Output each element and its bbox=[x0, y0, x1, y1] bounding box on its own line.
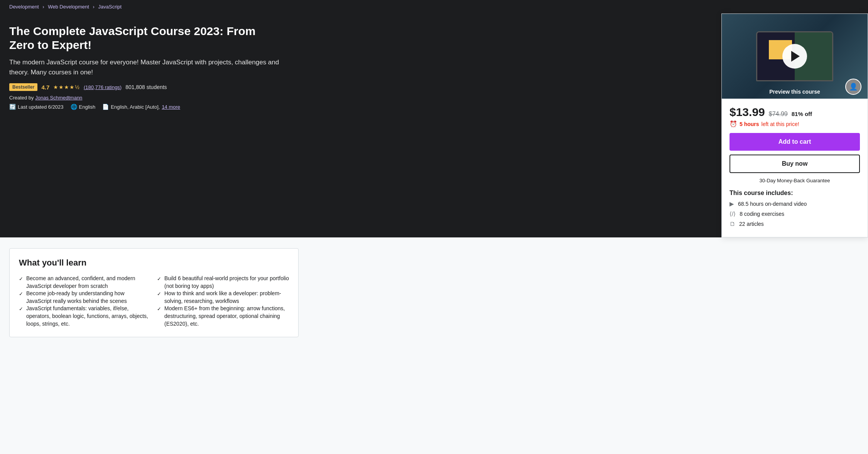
checkmark-6: ✓ bbox=[157, 306, 161, 313]
instructor-link[interactable]: Jonas Schmedtmann bbox=[35, 95, 82, 101]
play-triangle-icon bbox=[791, 51, 800, 62]
instructor-avatar: 👤 bbox=[845, 79, 861, 95]
includes-item-video: ▶ 68.5 hours on-demand video bbox=[730, 200, 860, 207]
captions-more-link[interactable]: 14 more bbox=[162, 104, 180, 110]
content-left: What you'll learn ✓ Become an advanced, … bbox=[9, 248, 299, 346]
last-updated: 🔄 Last updated 6/2023 bbox=[9, 104, 64, 110]
breadcrumb-development[interactable]: Development bbox=[9, 4, 39, 10]
rating-number: 4.7 bbox=[41, 84, 49, 91]
urgency-row: ⏰ 5 hours left at this price! bbox=[730, 120, 860, 128]
includes-video-text: 68.5 hours on-demand video bbox=[738, 201, 807, 207]
learn-grid: ✓ Become an advanced, confident, and mod… bbox=[19, 275, 289, 328]
bestseller-badge: Bestseller bbox=[9, 83, 37, 91]
play-button[interactable] bbox=[782, 44, 807, 69]
learn-item-3: ✓ JavaScript fundamentals: variables, if… bbox=[19, 305, 151, 328]
globe-icon: 🌐 bbox=[71, 104, 77, 110]
learn-items-right: ✓ Build 6 beautiful real-world projects … bbox=[157, 275, 289, 328]
includes-articles-text: 22 articles bbox=[739, 221, 764, 227]
video-icon: ▶ bbox=[730, 200, 734, 207]
checkmark-2: ✓ bbox=[19, 291, 23, 298]
checkmark-5: ✓ bbox=[157, 291, 161, 298]
page-layout: The Complete JavaScript Course 2023: Fro… bbox=[0, 13, 868, 237]
captions-item: 📄 English, Arabic [Auto], 14 more bbox=[102, 104, 180, 110]
price-original: $74.99 bbox=[769, 111, 788, 118]
breadcrumb-web-development[interactable]: Web Development bbox=[48, 4, 89, 10]
includes-item-exercises: ⟨/⟩ 8 coding exercises bbox=[730, 210, 860, 217]
add-to-cart-button[interactable]: Add to cart bbox=[730, 133, 860, 151]
main-content: What you'll learn ✓ Become an advanced, … bbox=[0, 237, 868, 357]
learn-item-1: ✓ Become an advanced, confident, and mod… bbox=[19, 275, 151, 290]
price-discount: 81% off bbox=[792, 111, 812, 117]
learn-item-2: ✓ Become job-ready by understanding how … bbox=[19, 290, 151, 305]
course-title: The Complete JavaScript Course 2023: Fro… bbox=[9, 24, 280, 52]
price-row: $13.99 $74.99 81% off bbox=[730, 106, 860, 119]
urgency-text: left at this price! bbox=[762, 121, 799, 127]
learn-text-4: Build 6 beautiful real-world projects fo… bbox=[164, 275, 289, 290]
includes-item-articles: 🗋 22 articles bbox=[730, 220, 860, 227]
preview-thumbnail[interactable]: Preview this course 👤 bbox=[722, 14, 868, 99]
rating-count-link[interactable]: (180,776 ratings) bbox=[84, 84, 122, 90]
learn-text-6: Modern ES6+ from the beginning: arrow fu… bbox=[164, 305, 289, 328]
update-icon: 🔄 bbox=[9, 104, 16, 110]
learn-box: What you'll learn ✓ Become an advanced, … bbox=[9, 248, 299, 337]
preview-label: Preview this course bbox=[769, 89, 820, 95]
urgency-hours: 5 hours bbox=[740, 121, 759, 127]
learn-text-1: Become an advanced, confident, and moder… bbox=[26, 275, 151, 290]
learn-item-6: ✓ Modern ES6+ from the beginning: arrow … bbox=[157, 305, 289, 328]
students-count: 801,808 students bbox=[125, 84, 167, 90]
includes-list: ▶ 68.5 hours on-demand video ⟨/⟩ 8 codin… bbox=[730, 200, 860, 227]
card-body: $13.99 $74.99 81% off ⏰ 5 hours left at … bbox=[722, 99, 868, 237]
learn-title: What you'll learn bbox=[19, 258, 289, 268]
article-icon: 🗋 bbox=[730, 220, 735, 227]
checkmark-1: ✓ bbox=[19, 276, 23, 282]
captions-icon: 📄 bbox=[102, 104, 109, 110]
meta-row: 🔄 Last updated 6/2023 🌐 English 📄 Englis… bbox=[9, 104, 280, 110]
code-icon: ⟨/⟩ bbox=[730, 210, 736, 217]
sidebar-card: Preview this course 👤 $13.99 $74.99 81% … bbox=[721, 13, 868, 237]
breadcrumb-javascript[interactable]: JavaScript bbox=[98, 4, 122, 10]
rating-row: Bestseller 4.7 ★★★★½ (180,776 ratings) 8… bbox=[9, 83, 280, 91]
learn-text-5: How to think and work like a developer: … bbox=[164, 290, 289, 305]
star-rating: ★★★★½ bbox=[53, 84, 80, 90]
price-current: $13.99 bbox=[730, 106, 765, 119]
checkmark-3: ✓ bbox=[19, 306, 23, 313]
money-back-guarantee: 30-Day Money-Back Guarantee bbox=[730, 178, 860, 183]
buy-now-button[interactable]: Buy now bbox=[730, 155, 860, 173]
learn-text-3: JavaScript fundamentals: variables, if/e… bbox=[26, 305, 151, 328]
learn-items-left: ✓ Become an advanced, confident, and mod… bbox=[19, 275, 151, 328]
includes-title: This course includes: bbox=[730, 190, 860, 197]
learn-item-4: ✓ Build 6 beautiful real-world projects … bbox=[157, 275, 289, 290]
learn-item-5: ✓ How to think and work like a developer… bbox=[157, 290, 289, 305]
course-subtitle: The modern JavaScript course for everyon… bbox=[9, 57, 280, 77]
checkmark-4: ✓ bbox=[157, 276, 161, 282]
language-item: 🌐 English bbox=[71, 104, 96, 110]
breadcrumb: Development › Web Development › JavaScri… bbox=[0, 0, 868, 13]
created-by-row: Created by Jonas Schmedtmann bbox=[9, 95, 280, 101]
includes-exercises-text: 8 coding exercises bbox=[740, 211, 784, 217]
alarm-icon: ⏰ bbox=[730, 120, 737, 128]
learn-text-2: Become job-ready by understanding how Ja… bbox=[26, 290, 151, 305]
hero-section: The Complete JavaScript Course 2023: Fro… bbox=[0, 13, 289, 122]
